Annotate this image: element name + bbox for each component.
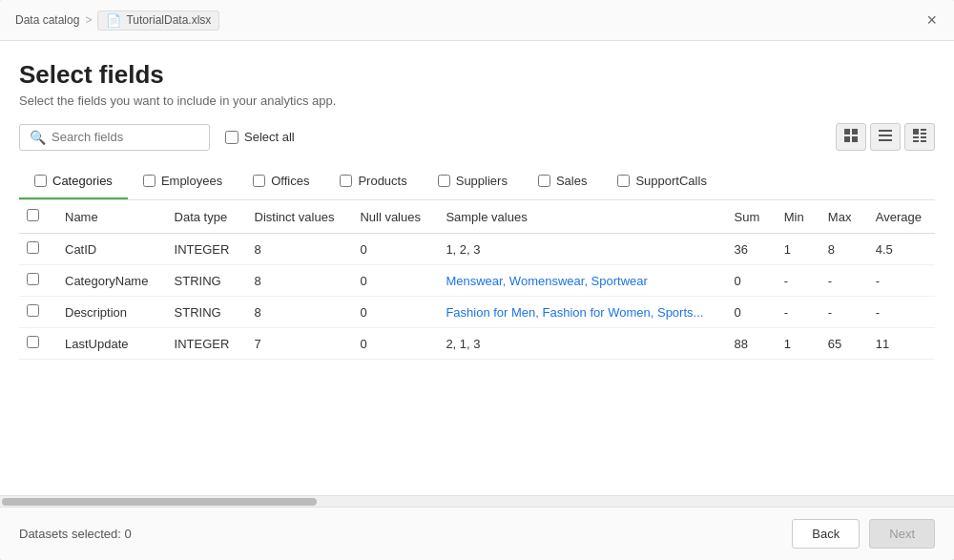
tab-sales[interactable]: Sales — [523, 166, 603, 199]
row-sample: 1, 2, 3 — [434, 234, 722, 265]
tab-employees-label: Employees — [161, 174, 222, 188]
tab-categories-checkbox[interactable] — [34, 175, 47, 187]
row-min: 1 — [773, 328, 817, 360]
select-all-label[interactable]: Select all — [244, 130, 295, 144]
back-button[interactable]: Back — [792, 519, 860, 549]
row-max: 8 — [817, 234, 864, 265]
svg-rect-4 — [879, 130, 892, 132]
breadcrumb: Data catalog > 📄 TutorialData.xlsx — [15, 10, 219, 31]
row-distinct: 8 — [243, 234, 349, 265]
svg-rect-10 — [913, 136, 919, 138]
svg-rect-0 — [844, 129, 850, 135]
grid-view-button[interactable] — [836, 123, 866, 151]
col-null-header: Null values — [348, 200, 434, 234]
table-row: CatID INTEGER 8 0 1, 2, 3 36 1 8 4.5 — [19, 234, 935, 265]
breadcrumb-separator: > — [85, 13, 92, 27]
table-row: LastUpdate INTEGER 7 0 2, 1, 3 88 1 65 1… — [19, 328, 935, 360]
svg-rect-1 — [852, 129, 858, 135]
file-icon: 📄 — [106, 13, 121, 28]
row-null: 0 — [348, 297, 434, 328]
row-sum: 0 — [723, 265, 773, 297]
modal-body: Select fields Select the fields you want… — [0, 41, 954, 495]
table-header-row: Name Data type Distinct values Null valu… — [19, 200, 935, 234]
list-view-button[interactable] — [870, 123, 901, 151]
row-sample: Fashion for Men, Fashion for Women, Spor… — [434, 297, 722, 328]
row-average: - — [864, 297, 935, 328]
svg-rect-12 — [913, 140, 919, 142]
row-name: CategoryName — [53, 265, 163, 297]
svg-rect-3 — [852, 136, 858, 142]
close-button[interactable]: × — [924, 10, 939, 31]
page-title: Select fields — [19, 60, 935, 90]
svg-rect-8 — [921, 129, 926, 131]
row-average: 4.5 — [864, 234, 935, 265]
row-min: - — [773, 265, 817, 297]
col-sum-header: Sum — [723, 200, 773, 234]
tab-suppliers-label: Suppliers — [456, 174, 508, 188]
modal-header: Data catalog > 📄 TutorialData.xlsx × — [0, 0, 954, 41]
table-row: Description STRING 8 0 Fashion for Men, … — [19, 297, 935, 328]
svg-rect-2 — [844, 136, 850, 142]
row-sum: 88 — [723, 328, 773, 360]
row-checkbox-2[interactable] — [27, 304, 39, 317]
svg-rect-7 — [913, 129, 919, 135]
tab-employees-checkbox[interactable] — [143, 175, 156, 187]
search-input[interactable] — [52, 130, 199, 144]
row-datatype: INTEGER — [163, 234, 243, 265]
tab-supportcalls-checkbox[interactable] — [617, 175, 630, 187]
tab-offices-checkbox[interactable] — [253, 175, 265, 187]
tab-employees[interactable]: Employees — [128, 166, 238, 199]
row-name: Description — [53, 297, 163, 328]
page-subtitle: Select the fields you want to include in… — [19, 93, 935, 108]
row-min: - — [773, 297, 817, 328]
select-all-checkbox[interactable] — [225, 131, 238, 144]
tab-sales-checkbox[interactable] — [538, 175, 550, 187]
svg-rect-9 — [921, 133, 926, 135]
tab-suppliers-checkbox[interactable] — [438, 175, 450, 187]
view-buttons — [836, 123, 935, 151]
row-checkbox-1[interactable] — [27, 273, 39, 285]
svg-rect-13 — [921, 140, 926, 142]
row-datatype: INTEGER — [163, 328, 243, 360]
tab-supportcalls[interactable]: SupportCalls — [602, 166, 721, 199]
svg-rect-11 — [921, 136, 926, 138]
tab-suppliers[interactable]: Suppliers — [423, 166, 523, 199]
tab-products-checkbox[interactable] — [340, 175, 352, 187]
fields-table: Name Data type Distinct values Null valu… — [19, 200, 935, 360]
row-average: 11 — [864, 328, 935, 360]
col-sample-header: Sample values — [434, 200, 722, 234]
row-name: CatID — [53, 234, 163, 265]
col-average-header: Average — [864, 200, 935, 234]
scrollbar-thumb[interactable] — [2, 498, 317, 506]
row-checkbox-cell — [19, 265, 53, 297]
tab-categories[interactable]: Categories — [19, 166, 128, 199]
tab-supportcalls-label: SupportCalls — [635, 174, 706, 188]
col-distinct-header: Distinct values — [243, 200, 349, 234]
row-max: - — [817, 297, 864, 328]
next-button: Next — [869, 519, 935, 549]
tabs: Categories Employees Offices Products Su… — [19, 166, 935, 200]
row-sum: 0 — [723, 297, 773, 328]
horizontal-scrollbar[interactable] — [0, 495, 954, 507]
select-all-area: Select all — [225, 130, 295, 144]
tab-offices[interactable]: Offices — [238, 166, 324, 199]
row-max: 65 — [817, 328, 864, 360]
table-view-button[interactable] — [904, 123, 935, 151]
row-checkbox-cell — [19, 328, 53, 360]
row-checkbox-3[interactable] — [27, 336, 39, 348]
tab-sales-label: Sales — [556, 174, 588, 188]
col-check — [19, 200, 53, 234]
table-container: Name Data type Distinct values Null valu… — [19, 200, 935, 495]
row-datatype: STRING — [163, 265, 243, 297]
table-select-all-checkbox[interactable] — [27, 209, 39, 221]
svg-rect-6 — [879, 139, 892, 141]
breadcrumb-root: Data catalog — [15, 13, 79, 27]
modal-footer: Datasets selected: 0 Back Next — [0, 507, 954, 560]
svg-rect-5 — [879, 135, 892, 136]
tab-products[interactable]: Products — [324, 166, 422, 199]
search-box: 🔍 — [19, 124, 210, 151]
row-distinct: 7 — [243, 328, 349, 360]
tab-offices-label: Offices — [271, 174, 309, 188]
row-checkbox-0[interactable] — [27, 241, 39, 254]
row-sum: 36 — [723, 234, 773, 265]
